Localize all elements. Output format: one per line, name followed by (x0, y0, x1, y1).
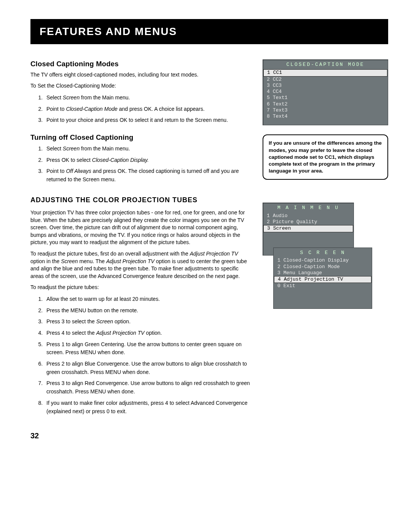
list-item: If you want to make finer color adjustme… (44, 399, 251, 415)
heading-turn-off-cc: Turning off Closed Captioning (30, 133, 251, 142)
list-item: Select Screen from the Main menu. (44, 145, 251, 153)
osd-row: 2 Picture Quality (264, 219, 352, 225)
osd-closed-caption-mode: CLOSED-CAPTION MODE 1 CC1 2 CC2 3 CC3 4 … (263, 59, 388, 126)
heading-adjust-tubes: Adjusting the Color Projection Tubes (30, 195, 251, 204)
list-item: Press 3 to align Red Convergence. Use ar… (44, 379, 251, 396)
osd-row: 3 Menu Language (275, 270, 370, 276)
osd-row: 3 CC3 (264, 83, 386, 89)
left-column: Closed Captioning Modes The TV offers ei… (30, 59, 251, 441)
osd-row: 8 Text4 (264, 113, 386, 120)
osd-row: 1 Audio (264, 213, 352, 219)
osd-row: 7 Text3 (264, 107, 386, 113)
osd-row: 6 Text2 (264, 101, 386, 107)
list-item: Point to Off Always and press OK. The cl… (44, 167, 251, 184)
section-closed-caption-modes: Closed Captioning Modes The TV offers ei… (30, 59, 251, 125)
adjust-tubes-para1: Your projection TV has three color proje… (30, 209, 251, 246)
osd-main-menu-wrapper: M A I N M E N U 1 Audio 2 Picture Qualit… (263, 203, 369, 308)
page-number: 32 (30, 431, 251, 441)
osd-row-selected: 3 Screen (263, 225, 353, 232)
list-item: Press 2 to align Blue Convergence. Use t… (44, 360, 251, 376)
heading-cc-modes: Closed Captioning Modes (30, 59, 251, 69)
cc-modes-steps: Select Screen from the Main menu. Point … (30, 94, 251, 125)
list-item: Press 1 to align Green Centering. Use th… (44, 340, 251, 357)
tip-box: If you are unsure of the differences amo… (263, 134, 388, 180)
osd-screen-submenu: S C R E E N 1 Closed-Caption Display 2 C… (273, 248, 372, 309)
list-item: Press OK to select Closed-Caption Displa… (44, 156, 251, 165)
list-item: Select Screen from the Main menu. (44, 94, 251, 102)
list-item: Allow the set to warm up for at least 20… (44, 295, 251, 304)
osd-row: 2 Closed-Caption Mode (275, 264, 370, 270)
section-header: Features and Menus (30, 19, 388, 44)
section-adjust-tubes: Adjusting the Color Projection Tubes You… (30, 195, 251, 415)
osd-row: 0 Exit (275, 283, 370, 289)
section-turn-off-cc: Turning off Closed Captioning Select Scr… (30, 133, 251, 184)
osd-row: 1 Closed-Caption Display (275, 257, 370, 264)
list-item: Point to your choice and press OK to sel… (44, 116, 251, 125)
osd-title: CLOSED-CAPTION MODE (264, 60, 386, 70)
osd-row-selected: 1 CC1 (263, 69, 387, 76)
osd-row-selected: 4 Adjust Projection TV (274, 276, 371, 283)
osd-row: 5 Text1 (264, 95, 386, 101)
list-item: Press 4 to select the Adjust Projection … (44, 329, 251, 337)
content-columns: Closed Captioning Modes The TV offers ei… (30, 59, 388, 441)
cc-modes-lead: To Set the Closed-Captioning Mode: (30, 82, 251, 90)
list-item: Press 3 to select the Screen option. (44, 318, 251, 326)
osd-title: S C R E E N (275, 248, 370, 258)
adjust-tubes-steps: Allow the set to warm up for at least 20… (30, 295, 251, 415)
adjust-tubes-lead: To readjust the picture tubes: (30, 284, 251, 291)
right-column: CLOSED-CAPTION MODE 1 CC1 2 CC2 3 CC3 4 … (263, 59, 388, 441)
list-item: Point to Closed-Caption Mode and press O… (44, 105, 251, 113)
osd-row: 2 CC2 (264, 77, 386, 83)
turn-off-cc-steps: Select Screen from the Main menu. Press … (30, 145, 251, 184)
cc-modes-intro: The TV offers eight closed-captioned mod… (30, 71, 251, 79)
osd-title: M A I N M E N U (264, 203, 352, 213)
osd-row: 4 CC4 (264, 89, 386, 95)
list-item: Press the MENU button on the remote. (44, 307, 251, 315)
adjust-tubes-para2: To readjust the picture tubes, first do … (30, 250, 251, 280)
